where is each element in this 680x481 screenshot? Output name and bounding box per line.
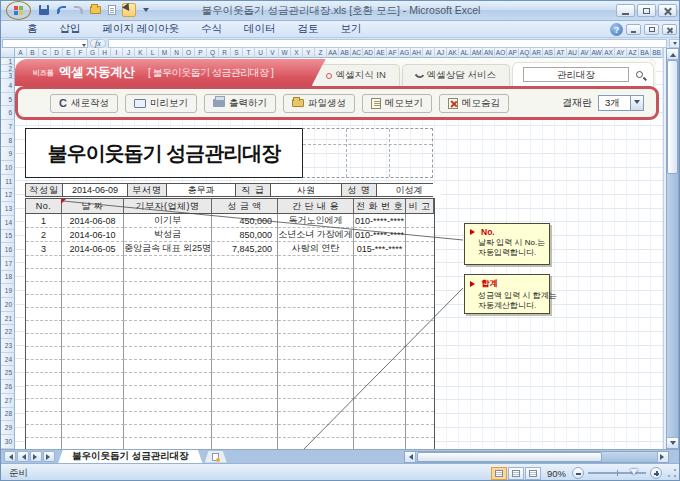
table-header-cell[interactable]: 성 금 액 <box>212 199 278 214</box>
table-cell[interactable] <box>406 334 434 347</box>
column-header[interactable]: H <box>99 48 111 58</box>
table-cell[interactable] <box>62 269 124 282</box>
table-cell[interactable] <box>278 360 354 373</box>
table-cell[interactable] <box>406 425 434 438</box>
office-button[interactable] <box>6 1 31 20</box>
zoom-slider[interactable] <box>588 467 646 479</box>
column-header[interactable]: J <box>123 48 135 58</box>
insert-worksheet-tab[interactable] <box>205 451 227 463</box>
row-header[interactable]: 14 <box>1 216 14 230</box>
table-cell[interactable] <box>124 256 212 269</box>
column-header[interactable]: Q <box>207 48 219 58</box>
table-cell[interactable] <box>278 308 354 321</box>
ribbon-tab-삽입[interactable]: 삽입 <box>50 21 91 37</box>
table-cell[interactable] <box>124 425 212 438</box>
ribbon-tab-페이지 레이아웃[interactable]: 페이지 레이아웃 <box>93 21 189 37</box>
column-header[interactable]: W <box>279 48 291 58</box>
table-cell[interactable]: 015-***-**** <box>354 242 406 256</box>
table-cell[interactable]: 독거노인에게 <box>278 214 354 228</box>
last-sheet-icon[interactable] <box>43 451 55 462</box>
table-cell[interactable] <box>212 386 278 399</box>
column-header[interactable]: AK <box>447 48 459 58</box>
table-cell[interactable] <box>354 295 406 308</box>
column-header[interactable]: AZ <box>627 48 639 58</box>
table-cell[interactable] <box>406 242 434 256</box>
minimize-button[interactable] <box>616 4 635 17</box>
table-cell[interactable] <box>406 412 434 425</box>
ribbon-tab-홈[interactable]: 홈 <box>17 21 48 37</box>
table-cell[interactable] <box>26 412 62 425</box>
table-cell[interactable] <box>406 399 434 412</box>
column-header[interactable]: AU <box>567 48 579 58</box>
info-value[interactable]: 총무과 <box>167 184 235 196</box>
ribbon-tab-검토[interactable]: 검토 <box>287 21 328 37</box>
column-header[interactable]: M <box>159 48 171 58</box>
column-header[interactable]: AW <box>591 48 603 58</box>
table-cell[interactable] <box>406 228 434 242</box>
row-header[interactable]: 4 <box>1 79 14 93</box>
table-cell[interactable]: 1 <box>26 214 62 228</box>
scroll-down-icon[interactable] <box>667 437 678 448</box>
table-cell[interactable] <box>124 360 212 373</box>
row-header[interactable]: 3 <box>1 72 14 79</box>
formula-bar-expand-button[interactable] <box>669 39 680 48</box>
column-header[interactable]: S <box>231 48 243 58</box>
table-cell[interactable] <box>62 399 124 412</box>
table-cell[interactable] <box>212 308 278 321</box>
table-cell[interactable] <box>278 425 354 438</box>
scroll-up-icon[interactable] <box>667 49 678 60</box>
column-header[interactable]: X <box>291 48 303 58</box>
table-cell[interactable] <box>278 412 354 425</box>
table-cell[interactable] <box>26 334 62 347</box>
resize-grip-icon[interactable] <box>666 467 678 479</box>
table-cell[interactable] <box>26 282 62 295</box>
table-header-cell[interactable]: 날 짜 <box>62 199 124 214</box>
table-cell[interactable] <box>26 269 62 282</box>
row-header[interactable]: 18 <box>1 271 14 285</box>
table-header-cell[interactable]: 전 화 번 호 <box>354 199 406 214</box>
table-cell[interactable]: 소년소녀 가장에게 <box>278 228 354 242</box>
table-cell[interactable] <box>278 269 354 282</box>
normal-view-button[interactable] <box>491 467 507 480</box>
row-header[interactable]: 29 <box>1 421 14 435</box>
column-header[interactable]: AN <box>483 48 495 58</box>
table-cell[interactable] <box>278 399 354 412</box>
column-header[interactable]: AE <box>375 48 387 58</box>
column-header[interactable]: F <box>75 48 87 58</box>
table-cell[interactable]: 중앙금속 대표 외25명 <box>124 242 212 256</box>
workbook-minimize-button[interactable] <box>626 24 641 35</box>
table-header-cell[interactable]: 비 고 <box>406 199 434 214</box>
table-cell[interactable]: 박성금 <box>124 228 212 242</box>
table-cell[interactable] <box>278 321 354 334</box>
table-cell[interactable] <box>26 360 62 373</box>
table-cell[interactable] <box>124 321 212 334</box>
row-header[interactable]: 11 <box>1 175 14 189</box>
column-header[interactable]: P <box>195 48 207 58</box>
table-cell[interactable] <box>354 373 406 386</box>
table-cell[interactable]: 2014-06-10 <box>62 228 124 242</box>
column-header[interactable]: R <box>219 48 231 58</box>
table-cell[interactable] <box>406 256 434 269</box>
column-header[interactable]: K <box>135 48 147 58</box>
table-cell[interactable] <box>354 347 406 360</box>
table-cell[interactable] <box>406 438 434 449</box>
close-button[interactable] <box>658 4 677 17</box>
column-header[interactable]: V <box>267 48 279 58</box>
table-header-cell[interactable]: 기부자(업체)명 <box>124 199 212 214</box>
table-cell[interactable] <box>212 256 278 269</box>
table-cell[interactable]: 450,000 <box>212 214 278 228</box>
table-cell[interactable] <box>62 282 124 295</box>
column-header[interactable]: D <box>51 48 63 58</box>
print-preview-icon[interactable] <box>105 3 119 17</box>
table-cell[interactable] <box>124 399 212 412</box>
table-cell[interactable]: 7,845,200 <box>212 242 278 256</box>
column-header[interactable]: AB <box>339 48 351 58</box>
name-box[interactable] <box>2 39 88 48</box>
column-header[interactable]: B <box>27 48 39 58</box>
table-cell[interactable] <box>62 438 124 449</box>
row-header[interactable]: 8 <box>1 134 14 148</box>
column-header[interactable]: Y <box>303 48 315 58</box>
table-cell[interactable] <box>278 438 354 449</box>
table-cell[interactable] <box>354 412 406 425</box>
table-header-cell[interactable]: No. <box>26 199 62 214</box>
